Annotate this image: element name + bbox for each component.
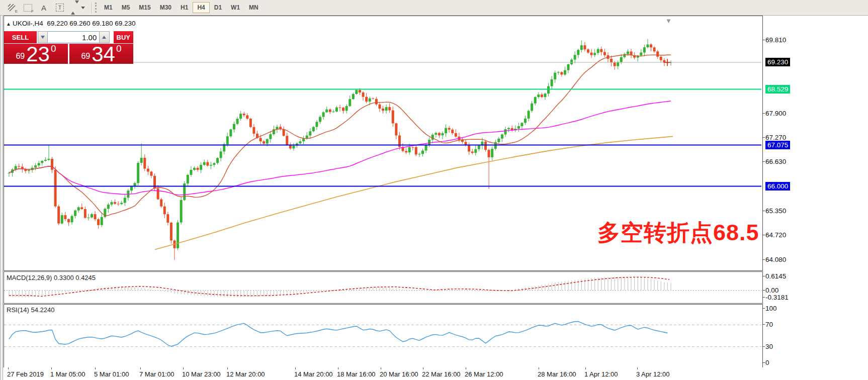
axis-tick-label: 67.900: [765, 109, 786, 118]
timeframe-mn-button[interactable]: MN: [244, 2, 263, 13]
toolbar: E F A T M1M5M15M30H1H4D1W1MN: [0, 0, 868, 16]
symbol-direction-icon: ▲: [6, 21, 11, 27]
axis-tick: [762, 346, 765, 347]
timeframe-d1-button[interactable]: D1: [210, 2, 226, 13]
time-axis-label: 12 Mar 20:00: [226, 370, 265, 378]
timeframe-h1-button[interactable]: H1: [176, 2, 193, 13]
buy-quote[interactable]: 69340: [69, 44, 133, 64]
timeframe-w1-button[interactable]: W1: [226, 2, 244, 13]
chart-edit-icon[interactable]: E: [5, 2, 18, 13]
time-axis-tick: [295, 367, 296, 369]
volume-input[interactable]: [48, 31, 99, 43]
axis-tick-label: 66.630: [765, 157, 786, 166]
axis-tick: [762, 308, 765, 309]
symbol-name: UKOil-,H4: [13, 20, 43, 27]
axis-tick-label: 66.000: [765, 182, 790, 191]
axis-tick: [762, 276, 765, 276]
timeframe-m30-button[interactable]: M30: [155, 2, 176, 13]
time-axis-tick: [423, 367, 423, 369]
axis-tick-label: 100: [765, 304, 777, 313]
axis-tick: [762, 161, 765, 162]
time-axis-label: 1 Apr 12:00: [584, 370, 618, 378]
time-axis-tick: [466, 367, 466, 369]
axis-tick-label: 30: [765, 342, 773, 351]
timeframe-button-group: M1M5M15M30H1H4D1W1MN: [100, 2, 263, 13]
axis-tick: [762, 113, 765, 114]
buy-button[interactable]: BUY: [114, 31, 133, 43]
axis-tick: [762, 235, 765, 235]
axis-tick-label: 69.810: [765, 36, 786, 44]
toolbar-icon-group: E F A T: [0, 2, 86, 13]
axis-tick: [762, 40, 765, 40]
time-axis-tick: [637, 367, 638, 369]
time-axis-tick: [183, 367, 184, 369]
timeframe-h4-button[interactable]: H4: [193, 2, 209, 13]
time-axis-label: 10 Mar 23:00: [182, 370, 221, 378]
scroll-to-end-icon: ▼: [665, 17, 672, 25]
time-axis-tick: [227, 367, 228, 369]
time-axis-label: 27 Feb 2019: [7, 370, 44, 378]
axis-tick: [762, 211, 765, 211]
axis-tick: [762, 362, 765, 363]
mt4-window: E F A T M1M5M15M30H1H4D1W1MN: [0, 0, 868, 380]
axis-tick: [762, 259, 765, 260]
time-axis-label: 14 Mar 20:00: [294, 370, 333, 378]
toolbar-grip[interactable]: [95, 3, 97, 13]
time-axis-label: 20 Mar 16:00: [380, 370, 418, 378]
arrange-windows-icon[interactable]: [69, 2, 86, 13]
axis-tick-label: 67.075: [765, 141, 790, 149]
axis-tick-label: 69.230: [765, 58, 790, 66]
text-box-icon[interactable]: T: [53, 2, 66, 13]
time-axis-label: 18 Mar 16:00: [337, 370, 376, 378]
window-frame-left-inner: [3, 16, 3, 380]
time-axis-label: 28 Mar 16:00: [538, 370, 576, 378]
time-axis-tick: [381, 367, 381, 369]
axis-tick: [762, 137, 765, 138]
axis-tick-label: -0.3181: [765, 293, 789, 302]
chart-title: ▲UKOil-,H4 69.220 69.260 69.180 69.230: [6, 20, 136, 27]
volume-decrease-button[interactable]: [38, 31, 48, 43]
axis-tick-label: 0.6145: [765, 272, 786, 280]
text-label-icon[interactable]: A: [37, 2, 50, 13]
macd-pane[interactable]: [4, 271, 763, 304]
time-axis-tick: [585, 367, 586, 369]
time-axis-tick: [539, 367, 539, 369]
window-frame-left: [1, 16, 1, 380]
axis-tick-label: 70: [765, 320, 773, 329]
timeframe-m15-button[interactable]: M15: [134, 2, 155, 13]
timeframe-m1-button[interactable]: M1: [100, 2, 117, 13]
sell-button[interactable]: SELL: [4, 31, 37, 43]
trade-controls-row: SELL BUY: [4, 31, 133, 43]
axis-tick: [762, 297, 765, 298]
time-axis-label: 3 Apr 12:00: [636, 370, 670, 378]
time-axis-tick: [140, 367, 141, 369]
macd-canvas[interactable]: [4, 272, 761, 302]
ohlc-values: 69.220 69.260 69.180 69.230: [47, 20, 135, 27]
rsi-pane[interactable]: [4, 304, 763, 368]
time-axis[interactable]: 27 Feb 20191 Mar 05:005 Mar 01:007 Mar 0…: [4, 367, 858, 380]
volume-increase-button[interactable]: [99, 31, 109, 43]
axis-tick-label: 65.350: [765, 207, 786, 215]
time-axis-tick: [338, 367, 338, 369]
timeframe-m5-button[interactable]: M5: [117, 2, 135, 13]
time-axis-tick: [8, 367, 9, 369]
time-axis-label: 22 Mar 16:00: [422, 370, 461, 378]
toolbar-separator: [92, 2, 93, 14]
time-axis-tick: [51, 367, 52, 369]
trade-quotes-row: 69230 69340: [4, 44, 133, 64]
axis-tick: [762, 290, 765, 291]
axis-tick-label: 64.720: [765, 231, 786, 239]
dropdown-caret-icon: [81, 7, 85, 9]
time-axis-label: 5 Mar 01:00: [94, 370, 129, 378]
axis-tick-label: 64.080: [765, 255, 786, 264]
time-axis-tick: [95, 367, 96, 369]
macd-label: MACD(12,26,9) 0.3300 0.4245: [7, 274, 96, 281]
time-axis-label: 7 Mar 01:00: [139, 370, 174, 378]
axis-tick-label: 68.529: [765, 85, 790, 93]
rsi-canvas[interactable]: [4, 305, 761, 367]
caret-down-icon: [41, 36, 45, 39]
time-axis-label: 26 Mar 12:00: [465, 370, 503, 378]
grid-icon[interactable]: F: [21, 2, 34, 13]
chart-text-annotation: 多空转折点68.5: [597, 218, 759, 248]
sell-quote[interactable]: 69230: [4, 44, 68, 64]
